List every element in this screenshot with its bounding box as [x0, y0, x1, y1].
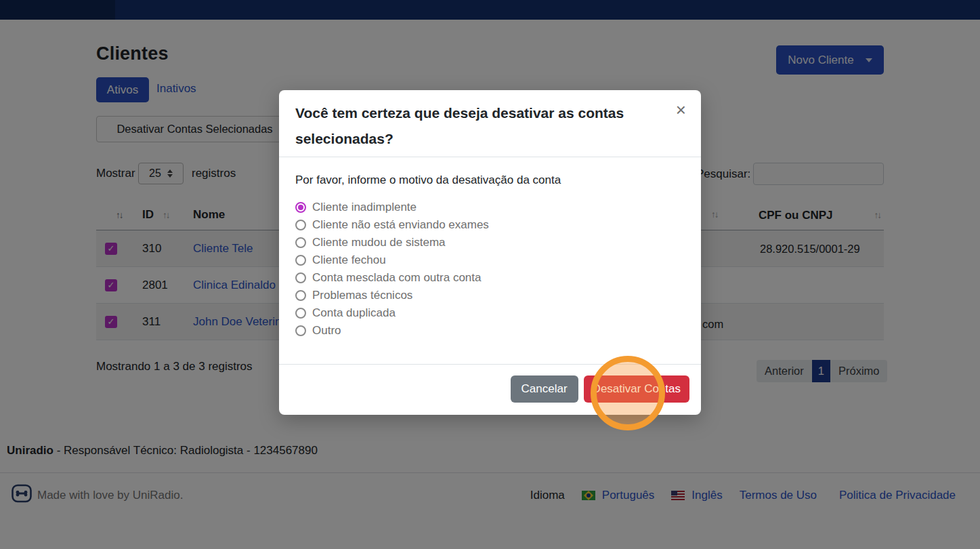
radio-icon[interactable] [295, 220, 306, 230]
close-icon[interactable]: × [676, 101, 686, 119]
modal-title: Você tem certeza que deseja desativar as… [295, 100, 660, 152]
radio-icon[interactable] [295, 290, 306, 301]
reason-label: Cliente não está enviando exames [312, 218, 489, 232]
reason-label: Conta duplicada [312, 306, 396, 320]
reason-label: Cliente mudou de sistema [312, 236, 446, 249]
reason-label: Cliente fechou [312, 253, 386, 267]
reason-option[interactable]: Cliente fechou [295, 251, 685, 269]
reason-option[interactable]: Cliente mudou de sistema [295, 234, 685, 251]
reason-label: Problemas técnicos [312, 289, 412, 302]
radio-icon[interactable] [295, 255, 306, 266]
reason-option[interactable]: Cliente inadimplente [295, 199, 685, 216]
radio-icon[interactable] [295, 325, 306, 336]
highlight-annotation [591, 356, 665, 430]
modal-prompt: Por favor, informe o motivo da desativaç… [295, 174, 685, 187]
radio-icon[interactable] [295, 237, 306, 248]
modal-body: Por favor, informe o motivo da desativaç… [279, 157, 701, 364]
reason-option[interactable]: Outro [295, 322, 685, 340]
reason-label: Conta mesclada com outra conta [312, 271, 481, 285]
radio-icon[interactable] [295, 272, 306, 283]
reason-label: Outro [312, 324, 341, 338]
reason-option[interactable]: Conta mesclada com outra conta [295, 269, 685, 287]
radio-icon[interactable] [295, 202, 306, 213]
radio-icon[interactable] [295, 308, 306, 319]
reason-option[interactable]: Cliente não está enviando exames [295, 216, 685, 234]
reason-option[interactable]: Problemas técnicos [295, 287, 685, 304]
reason-option[interactable]: Conta duplicada [295, 304, 685, 322]
modal-header: Você tem certeza que deseja desativar as… [279, 90, 701, 157]
cancel-button[interactable]: Cancelar [511, 375, 578, 403]
reason-label: Cliente inadimplente [312, 201, 417, 214]
